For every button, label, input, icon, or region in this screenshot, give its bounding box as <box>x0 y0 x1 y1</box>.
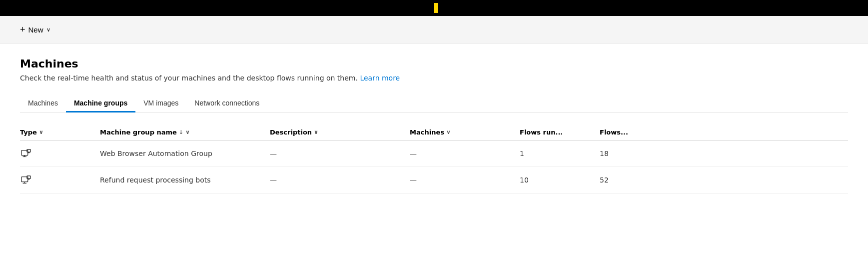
col-header-machines: Machines ∨ <box>410 128 520 136</box>
tab-machines[interactable]: Machines <box>20 94 66 112</box>
svg-rect-3 <box>27 150 30 152</box>
sort-icon-machines: ∨ <box>446 129 451 136</box>
chevron-down-icon: ∨ <box>46 26 50 33</box>
table-header: Type ∨ Machine group name ↓ ∨ Descriptio… <box>20 124 848 140</box>
cell-flows-run-1: 1 <box>520 150 600 158</box>
plus-icon: + <box>20 25 25 34</box>
cell-description-1: — <box>270 150 410 158</box>
new-button[interactable]: + New ∨ <box>16 23 54 36</box>
cell-description-2: — <box>270 176 410 184</box>
col-header-description: Description ∨ <box>270 128 410 136</box>
cell-type-2 <box>20 174 100 186</box>
tab-vm-images[interactable]: VM images <box>135 94 186 112</box>
cell-type-1 <box>20 148 100 160</box>
col-header-name: Machine group name ↓ ∨ <box>100 128 270 136</box>
toolbar: + New ∨ <box>0 16 868 44</box>
new-button-label: New <box>28 26 43 34</box>
col-header-flows-run: Flows run... <box>520 128 600 136</box>
sort-icon-description: ∨ <box>314 129 318 136</box>
sort-icon-name: ↓ <box>179 129 183 136</box>
table-row[interactable]: Web Browser Automation Group — — 1 18 <box>20 140 848 167</box>
cell-flows-run-2: 10 <box>520 176 600 184</box>
tab-machine-groups[interactable]: Machine groups <box>66 94 135 112</box>
page-title: Machines <box>20 58 848 70</box>
col-header-flows: Flows... <box>600 128 660 136</box>
col-header-type: Type ∨ <box>20 128 100 136</box>
page-description: Check the real-time health and status of… <box>20 74 848 82</box>
sort-dir-name: ∨ <box>185 129 190 136</box>
top-bar-indicator <box>434 3 438 13</box>
table-row[interactable]: Refund request processing bots — — 10 52 <box>20 167 848 194</box>
svg-rect-8 <box>27 176 30 179</box>
cell-flows-1: 18 <box>600 150 660 158</box>
cell-machines-2: — <box>410 176 520 184</box>
tabs: Machines Machine groups VM images Networ… <box>20 94 848 112</box>
main-content: Machines Check the real-time health and … <box>0 44 868 274</box>
top-bar <box>0 0 868 16</box>
sort-icon-type: ∨ <box>39 129 43 136</box>
machine-group-icon <box>20 148 32 160</box>
table-area: Type ∨ Machine group name ↓ ∨ Descriptio… <box>20 124 848 194</box>
cell-name-2: Refund request processing bots <box>100 176 270 184</box>
cell-flows-2: 52 <box>600 176 660 184</box>
learn-more-link[interactable]: Learn more <box>360 74 400 82</box>
tab-network-connections[interactable]: Network connections <box>186 94 267 112</box>
cell-machines-1: — <box>410 150 520 158</box>
cell-name-1: Web Browser Automation Group <box>100 150 270 158</box>
machine-group-icon <box>20 174 32 186</box>
